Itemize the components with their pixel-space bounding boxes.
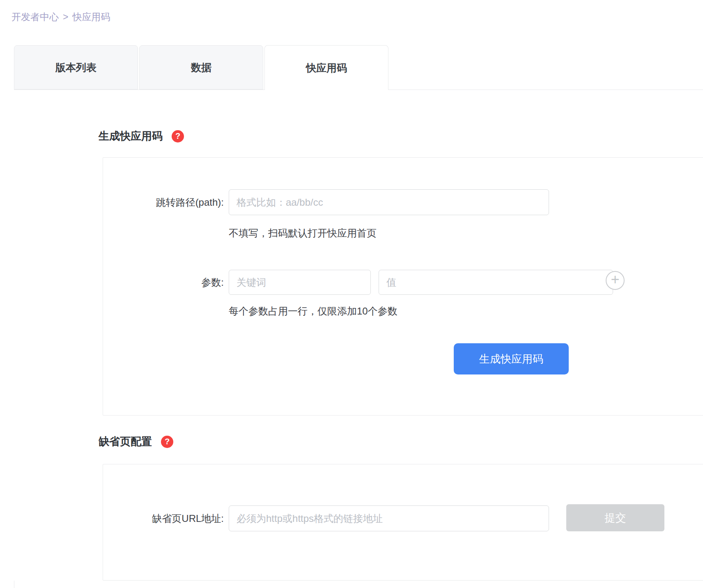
param-value-input[interactable] <box>379 270 613 295</box>
tab-label: 快应用码 <box>306 61 347 75</box>
tab-bar: 版本列表 数据 快应用码 <box>14 45 388 90</box>
submit-button[interactable]: 提交 <box>566 504 664 531</box>
breadcrumb-separator: > <box>63 11 68 23</box>
param-key-input[interactable] <box>229 270 371 295</box>
tab-label: 数据 <box>191 61 211 74</box>
help-icon[interactable]: ? <box>161 436 173 448</box>
params-hint: 每个参数占用一行，仅限添加10个参数 <box>229 305 397 318</box>
help-icon[interactable]: ? <box>172 130 184 142</box>
add-param-button[interactable]: + <box>606 271 625 290</box>
plus-icon: + <box>611 272 619 287</box>
params-label: 参数: <box>103 270 224 295</box>
breadcrumb-item-developer-center[interactable]: 开发者中心 <box>11 11 59 23</box>
page: 开发者中心 > 快应用码 版本列表 数据 快应用码 生成快应用码 ? 跳转路径(… <box>0 0 703 588</box>
generate-panel: 跳转路径(path): 不填写，扫码默认打开快应用首页 参数: + 每个参数占用… <box>103 157 703 416</box>
tab-label: 版本列表 <box>55 61 96 74</box>
tab-version-list[interactable]: 版本列表 <box>14 45 138 90</box>
default-url-label: 缺省页URL地址: <box>103 505 224 531</box>
generate-section-title: 生成快应用码 <box>99 129 163 143</box>
path-hint: 不填写，扫码默认打开快应用首页 <box>229 227 377 240</box>
generate-section-heading: 生成快应用码 ? <box>99 129 184 143</box>
default-page-section-heading: 缺省页配置 ? <box>99 434 173 449</box>
card-left-border <box>14 581 14 588</box>
breadcrumb-item-quickapp-code[interactable]: 快应用码 <box>72 11 110 23</box>
tab-data[interactable]: 数据 <box>139 45 263 90</box>
generate-code-button[interactable]: 生成快应用码 <box>454 343 569 374</box>
breadcrumb: 开发者中心 > 快应用码 <box>11 11 110 23</box>
default-page-section-title: 缺省页配置 <box>99 434 152 449</box>
tab-quickapp-code[interactable]: 快应用码 <box>264 45 388 90</box>
path-label: 跳转路径(path): <box>103 189 224 215</box>
path-input[interactable] <box>229 189 549 215</box>
default-url-input[interactable] <box>229 505 549 531</box>
default-page-panel: 缺省页URL地址: 提交 <box>103 464 703 581</box>
